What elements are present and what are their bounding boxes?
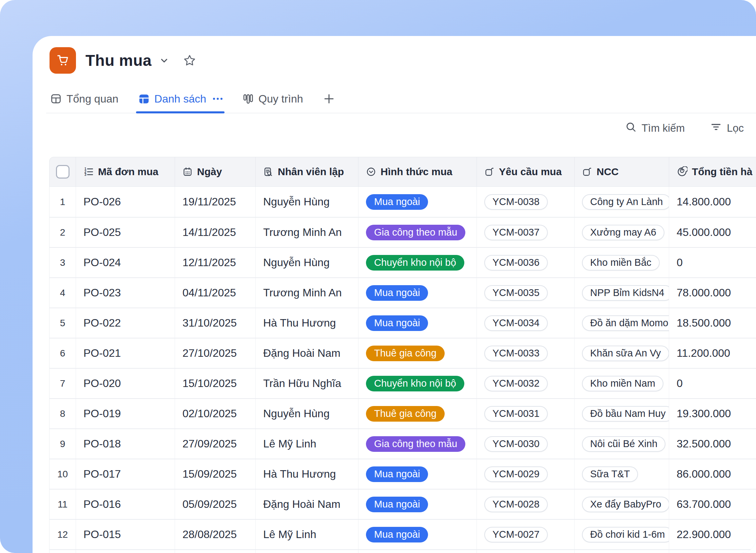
linked-supplier-pill[interactable]: Khăn sữa An Vy [582, 346, 669, 361]
cell-nhan-vien-lap[interactable]: Hà Thu Hương [256, 459, 358, 489]
column-header-tong-tien[interactable]: Tổng tiền hà [669, 157, 756, 186]
linked-request-pill[interactable]: YCM-0030 [484, 436, 548, 452]
cell-yeu-cau-mua[interactable]: YCM-0038 [477, 187, 575, 217]
table-row[interactable]: 4 PO-023 04/11/2025 Trương Minh An Mua n… [50, 277, 756, 308]
column-header-ngay[interactable]: Ngày [175, 157, 256, 186]
purchase-type-badge[interactable]: Mua ngoài [366, 285, 428, 301]
purchase-type-badge[interactable]: Mua ngoài [366, 466, 428, 482]
cell-ma-don-mua[interactable]: PO-017 [76, 459, 175, 489]
cell-hinh-thuc-mua[interactable]: Mua ngoài [358, 490, 477, 519]
cell-yeu-cau-mua[interactable]: YCM-0029 [477, 459, 575, 489]
linked-supplier-pill[interactable]: Kho miền Nam [582, 376, 663, 391]
cell-nhan-vien-lap[interactable]: Nguyễn Hùng [256, 399, 358, 428]
cell-ngay[interactable]: 15/09/2025 [175, 459, 256, 489]
cell-yeu-cau-mua[interactable] [477, 550, 575, 553]
search-button[interactable]: Tìm kiếm [625, 121, 685, 136]
cell-ngay[interactable]: 14/11/2025 [175, 218, 256, 247]
cell-tong-tien[interactable]: 45.000.000 [669, 218, 756, 247]
cell-ma-don-mua[interactable]: PO-026 [76, 187, 175, 217]
cell-nhan-vien-lap[interactable]: Trương Minh An [256, 278, 358, 308]
linked-supplier-pill[interactable]: Đồ bầu Nam Huy [582, 406, 669, 422]
cell-ncc[interactable]: NPP Bỉm KidsN4 [575, 278, 669, 308]
cell-yeu-cau-mua[interactable]: YCM-0032 [477, 369, 575, 398]
linked-request-pill[interactable]: YCM-0035 [484, 285, 548, 301]
cell-yeu-cau-mua[interactable]: YCM-0035 [477, 278, 575, 308]
purchase-type-badge[interactable]: Mua ngoài [366, 527, 428, 542]
table-row[interactable]: 7 PO-020 15/10/2025 Trần Hữu Nghĩa Chuyể… [50, 368, 756, 398]
tab-more-icon[interactable] [213, 98, 222, 100]
linked-supplier-pill[interactable]: Nôi cũi Bé Xinh [582, 436, 665, 452]
linked-supplier-pill[interactable]: Đồ ăn dặm Momo [582, 315, 669, 331]
cell-ncc[interactable]: Kho miền Bắc [575, 248, 669, 277]
column-header-nhan-vien-lap[interactable]: Nhân viên lập [256, 157, 358, 186]
cell-ncc[interactable]: Nôi cũi Bé Xinh [575, 429, 669, 459]
cell-ncc[interactable]: Xe đẩy BabyPro [575, 490, 669, 519]
column-header-ma-don-mua[interactable]: 1 2 3 Mã đơn mua [76, 157, 175, 186]
cell-hinh-thuc-mua[interactable]: Thuê gia công [358, 399, 477, 428]
table-row[interactable]: 8 PO-019 02/10/2025 Nguyễn Hùng Thuê gia… [50, 398, 756, 428]
cell-tong-tien[interactable]: 18.500.000 [669, 308, 756, 338]
cell-ngay[interactable]: 27/09/2025 [175, 429, 256, 459]
star-icon[interactable] [183, 54, 196, 67]
linked-supplier-pill[interactable]: Kho miền Bắc [582, 255, 660, 271]
chevron-down-icon[interactable] [159, 55, 169, 66]
cell-ncc[interactable]: Đồ ăn dặm Momo [575, 308, 669, 338]
cell-ngay[interactable]: 31/10/2025 [175, 308, 256, 338]
cell-nhan-vien-lap[interactable] [256, 550, 358, 553]
cell-yeu-cau-mua[interactable]: YCM-0031 [477, 399, 575, 428]
purchase-type-badge[interactable]: Gia công theo mẫu [366, 436, 465, 452]
cell-nhan-vien-lap[interactable]: Lê Mỹ Linh [256, 429, 358, 459]
cell-ma-don-mua[interactable]: PO-018 [76, 429, 175, 459]
cell-ma-don-mua[interactable]: PO-019 [76, 399, 175, 428]
linked-request-pill[interactable]: YCM-0034 [484, 315, 548, 331]
cell-yeu-cau-mua[interactable]: YCM-0028 [477, 490, 575, 519]
linked-supplier-pill[interactable]: Xe đẩy BabyPro [582, 497, 669, 512]
cell-ncc[interactable]: Đồ chơi kid 1-6m [575, 520, 669, 549]
cell-tong-tien[interactable]: 0 [669, 369, 756, 398]
cell-ngay[interactable] [175, 550, 256, 553]
table-row[interactable]: 12 PO-015 28/08/2025 Lê Mỹ Linh Mua ngoà… [50, 519, 756, 549]
cell-tong-tien[interactable]: 14.800.000 [669, 187, 756, 217]
tab-danh-sach[interactable]: Danh sách [138, 84, 222, 113]
cell-ngay[interactable]: 02/10/2025 [175, 399, 256, 428]
cell-ngay[interactable]: 12/11/2025 [175, 248, 256, 277]
cell-yeu-cau-mua[interactable]: YCM-0034 [477, 308, 575, 338]
cell-ma-don-mua[interactable]: PO-016 [76, 490, 175, 519]
cell-ncc[interactable]: Khăn sữa An Vy [575, 338, 669, 368]
cell-ngay[interactable]: 05/09/2025 [175, 490, 256, 519]
cell-ncc[interactable]: Kho miền Nam [575, 369, 669, 398]
cell-hinh-thuc-mua[interactable]: Mua ngoài [358, 308, 477, 338]
table-row[interactable]: 9 PO-018 27/09/2025 Lê Mỹ Linh Gia công … [50, 428, 756, 459]
cell-hinh-thuc-mua[interactable]: Gia công theo mẫu [358, 218, 477, 247]
linked-request-pill[interactable]: YCM-0032 [484, 376, 548, 391]
cell-ncc[interactable]: Công ty An Lành [575, 187, 669, 217]
cell-yeu-cau-mua[interactable]: YCM-0033 [477, 338, 575, 368]
add-view-button[interactable] [323, 93, 335, 105]
linked-supplier-pill[interactable]: Xưởng may A6 [582, 225, 664, 240]
cell-nhan-vien-lap[interactable]: Đặng Hoài Nam [256, 490, 358, 519]
cell-ncc[interactable]: Xưởng may A6 [575, 218, 669, 247]
linked-supplier-pill[interactable]: Công ty An Lành [582, 194, 669, 210]
table-row[interactable]: 3 PO-024 12/11/2025 Nguyễn Hùng Chuyển k… [50, 247, 756, 277]
cell-nhan-vien-lap[interactable]: Đặng Hoài Nam [256, 338, 358, 368]
cell-tong-tien[interactable]: 78.000.000 [669, 278, 756, 308]
cell-tong-tien[interactable]: 19.300.000 [669, 399, 756, 428]
filter-button[interactable]: Lọc [710, 121, 744, 136]
cell-yeu-cau-mua[interactable]: YCM-0036 [477, 248, 575, 277]
cell-tong-tien[interactable]: 86.000.000 [669, 459, 756, 489]
cell-yeu-cau-mua[interactable]: YCM-0030 [477, 429, 575, 459]
cell-nhan-vien-lap[interactable]: Nguyễn Hùng [256, 248, 358, 277]
cell-yeu-cau-mua[interactable]: YCM-0027 [477, 520, 575, 549]
linked-request-pill[interactable]: YCM-0028 [484, 497, 548, 512]
table-row[interactable]: 5 PO-022 31/10/2025 Hà Thu Hương Mua ngo… [50, 308, 756, 338]
cell-tong-tien[interactable] [669, 550, 756, 553]
table-row[interactable]: 11 PO-016 05/09/2025 Đặng Hoài Nam Mua n… [50, 489, 756, 519]
cell-ma-don-mua[interactable]: PO-022 [76, 308, 175, 338]
cell-ngay[interactable]: 04/11/2025 [175, 278, 256, 308]
cell-nhan-vien-lap[interactable]: Trần Hữu Nghĩa [256, 369, 358, 398]
table-row[interactable] [50, 549, 756, 553]
cell-nhan-vien-lap[interactable]: Hà Thu Hương [256, 308, 358, 338]
cell-tong-tien[interactable]: 0 [669, 248, 756, 277]
cell-tong-tien[interactable]: 32.500.000 [669, 429, 756, 459]
table-row[interactable]: 10 PO-017 15/09/2025 Hà Thu Hương Mua ng… [50, 459, 756, 489]
